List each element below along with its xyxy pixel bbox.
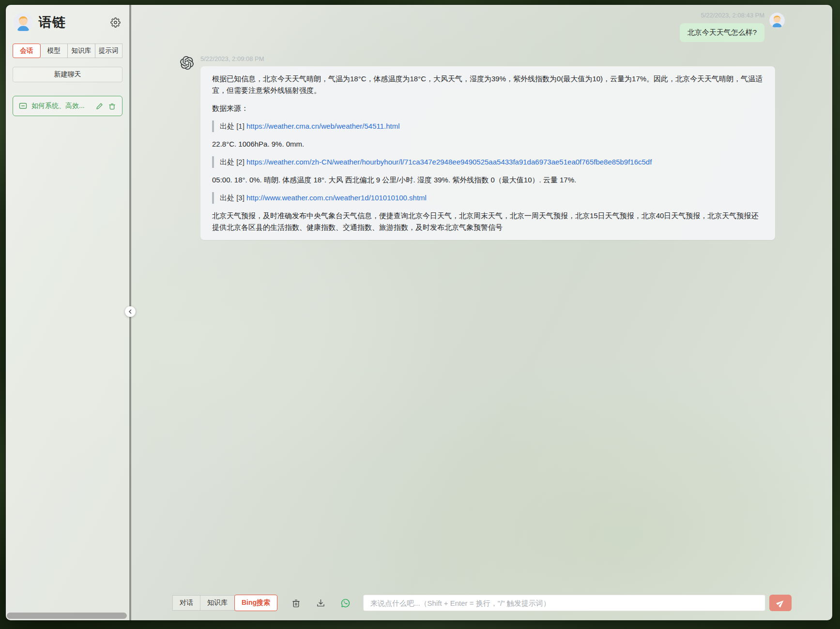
chat-bubble-icon [19, 102, 27, 110]
sidebar-header: 语链 [14, 13, 122, 32]
user-message: 5/22/2023, 2:08:43 PM 北京今天天气怎么样? [680, 12, 785, 42]
source-citation: 出处 [2] https://weather.com/zh-CN/weather… [212, 156, 764, 168]
sidebar-divider [129, 5, 131, 620]
whatsapp-icon [340, 598, 351, 608]
tab-prompts[interactable]: 提示词 [95, 44, 123, 58]
gear-icon [110, 17, 121, 28]
source-label: 出处 [3] [220, 194, 244, 202]
source-citation: 出处 [3] http://www.weather.com.cn/weather… [212, 192, 764, 204]
user-avatar [14, 13, 33, 32]
edit-conversation-button[interactable] [95, 102, 104, 110]
download-icon [316, 598, 326, 608]
send-button[interactable] [769, 595, 792, 611]
source-snippet: 北京天气预报，及时准确发布中央气象台天气信息，便捷查询北京今日天气，北京周末天气… [212, 210, 764, 233]
assistant-message: 5/22/2023, 2:09:08 PM 根据已知信息，北京今天天气晴朗，气温… [180, 54, 775, 240]
sidebar: 语链 会话 模型 知识库 提示词 新建聊天 [6, 5, 129, 620]
assistant-message-bubble: 根据已知信息，北京今天天气晴朗，气温为18°C，体感温度为18°C，大风天气，湿… [200, 66, 775, 240]
export-chat-button[interactable] [315, 597, 327, 609]
sources-label: 数据来源： [212, 103, 764, 114]
share-whatsapp-button[interactable] [339, 597, 351, 609]
source-label: 出处 [1] [220, 122, 244, 130]
tab-models[interactable]: 模型 [40, 44, 68, 58]
new-chat-button[interactable]: 新建聊天 [13, 67, 122, 82]
source-link[interactable]: https://weather.com/zh-CN/weather/hourby… [246, 158, 652, 166]
openai-logo-icon [180, 56, 194, 70]
assistant-message-timestamp: 5/22/2023, 2:09:08 PM [200, 55, 264, 62]
source-link[interactable]: https://weather.cma.cn/web/weather/54511… [246, 122, 400, 130]
chevron-left-icon [128, 309, 133, 314]
collapse-sidebar-button[interactable] [125, 306, 136, 317]
conversation-list-item[interactable]: 如何系统、高效... [13, 96, 122, 116]
conversation-title: 如何系统、高效... [31, 102, 91, 110]
user-message-bubble: 北京今天天气怎么样? [680, 23, 764, 42]
delete-conversation-button[interactable] [108, 102, 116, 110]
clear-chat-button[interactable] [290, 597, 302, 609]
tab-conversations[interactable]: 会话 [13, 44, 41, 58]
app-window: 语链 会话 模型 知识库 提示词 新建聊天 [6, 5, 832, 620]
composer: 对话 知识库 Bing搜索 [172, 595, 792, 611]
app-title: 语链 [39, 14, 104, 31]
sidebar-tabs: 会话 模型 知识库 提示词 [13, 44, 122, 58]
assistant-paragraph: 根据已知信息，北京今天天气晴朗，气温为18°C，体感温度为18°C，大风天气，湿… [212, 73, 764, 96]
mode-chat-button[interactable]: 对话 [172, 595, 200, 611]
source-citation: 出处 [1] https://weather.cma.cn/web/weathe… [212, 120, 764, 132]
user-avatar [769, 13, 785, 28]
desktop-background: 语链 会话 模型 知识库 提示词 新建聊天 [0, 0, 840, 629]
chat-area: 5/22/2023, 2:08:43 PM 北京今天天气怎么样? 5/22/20… [131, 5, 832, 620]
source-label: 出处 [2] [220, 158, 244, 166]
source-snippet: 05:00. 18°. 0%. 晴朗. 体感温度 18°. 大风 西北偏北 9 … [212, 174, 764, 186]
message-input[interactable] [363, 595, 765, 611]
settings-button[interactable] [109, 16, 122, 29]
pencil-icon [96, 103, 103, 110]
mode-bing-search-button[interactable]: Bing搜索 [234, 595, 277, 611]
send-icon [775, 597, 786, 609]
sidebar-horizontal-scrollbar[interactable] [7, 613, 127, 619]
mode-knowledge-base-button[interactable]: 知识库 [200, 595, 235, 611]
source-link[interactable]: http://www.weather.com.cn/weather1d/1010… [246, 194, 427, 202]
source-snippet: 22.8°C. 1006hPa. 9%. 0mm. [212, 138, 764, 150]
trash-icon [291, 598, 301, 608]
tab-knowledge-base[interactable]: 知识库 [67, 44, 95, 58]
trash-icon [108, 103, 116, 110]
user-message-timestamp: 5/22/2023, 2:08:43 PM [701, 12, 764, 19]
